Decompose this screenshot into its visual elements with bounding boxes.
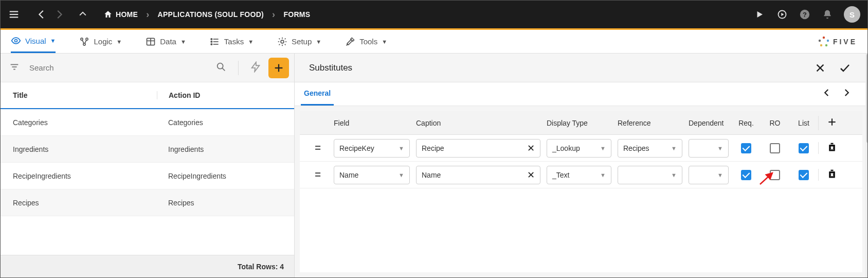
delete-row-icon[interactable] <box>827 142 837 154</box>
bolt-icon[interactable] <box>247 58 264 77</box>
list-action: Ingredients <box>157 145 282 153</box>
delete-row-icon[interactable] <box>827 169 837 181</box>
col-title[interactable]: Title <box>13 91 157 99</box>
grid-row: = Name ▼ Name ✕ _Text ▼ <box>300 162 862 188</box>
svg-marker-34 <box>252 62 260 72</box>
topbar: HOME › APPLICATIONS (SOUL FOOD) › FORMS … <box>1 1 867 28</box>
detail-title: Substitutes <box>309 63 804 73</box>
grid-header: Field Caption Display Type Reference Dep… <box>300 111 862 135</box>
add-button[interactable] <box>268 58 289 78</box>
chevron-right-icon: › <box>146 9 149 20</box>
list-row[interactable]: Recipes Recipes <box>1 189 294 216</box>
clear-icon[interactable]: ✕ <box>527 143 535 154</box>
caret-down-icon: ▼ <box>671 172 677 178</box>
close-icon[interactable] <box>812 60 828 76</box>
crumb-forms[interactable]: FORMS <box>283 10 310 19</box>
crumb-home[interactable]: HOME <box>103 10 138 19</box>
search-input[interactable] <box>27 61 208 74</box>
tab-logic-label: Logic <box>94 37 112 46</box>
caret-down-icon: ▼ <box>116 39 122 45</box>
caret-down-icon: ▼ <box>50 38 56 44</box>
ro-checkbox[interactable] <box>770 143 780 153</box>
svg-point-25 <box>827 39 829 41</box>
col-action-id[interactable]: Action ID <box>157 91 282 99</box>
avatar[interactable]: S <box>844 6 860 23</box>
svg-marker-5 <box>781 13 784 16</box>
clear-icon[interactable]: ✕ <box>527 169 535 181</box>
tab-visual[interactable]: Visual ▼ <box>11 30 56 53</box>
display-type-value: _Lookup <box>552 144 580 152</box>
display-type-select[interactable]: _Text ▼ <box>547 166 611 184</box>
svg-point-32 <box>218 63 223 69</box>
next-icon[interactable] <box>840 86 853 102</box>
drag-handle-icon[interactable]: = <box>315 169 321 181</box>
tab-tools[interactable]: Tools ▼ <box>345 30 387 53</box>
tab-tasks[interactable]: Tasks ▼ <box>210 30 254 53</box>
play-icon[interactable] <box>753 8 766 21</box>
list-body: Categories Categories Ingredients Ingred… <box>1 109 294 216</box>
caption-input[interactable]: Name ✕ <box>416 166 540 184</box>
forward-icon <box>53 8 65 21</box>
menu-icon[interactable] <box>8 8 20 21</box>
svg-line-33 <box>222 68 225 71</box>
tab-data[interactable]: Data ▼ <box>146 30 186 53</box>
list-row[interactable]: Ingredients Ingredients <box>1 136 294 163</box>
filter-icon[interactable] <box>6 58 23 77</box>
tab-setup-label: Setup <box>292 37 312 46</box>
dependent-select[interactable]: ▼ <box>689 166 729 184</box>
help-icon[interactable]: ? <box>799 8 811 21</box>
prev-icon[interactable] <box>820 86 834 102</box>
col-display-type: Display Type <box>544 119 614 127</box>
tab-tasks-label: Tasks <box>224 37 244 46</box>
col-req: Req. <box>732 119 761 127</box>
svg-point-22 <box>211 43 212 45</box>
list-checkbox[interactable] <box>799 143 809 153</box>
display-type-value: _Text <box>552 171 569 179</box>
reference-select[interactable]: Recipes ▼ <box>618 139 682 158</box>
brand-logo: FIVE <box>818 36 857 48</box>
svg-point-27 <box>820 44 822 46</box>
caption-input[interactable]: Recipe ✕ <box>416 139 540 158</box>
explore-icon[interactable] <box>776 8 788 21</box>
req-checkbox[interactable] <box>741 170 751 180</box>
list-row[interactable]: RecipeIngredients RecipeIngredients <box>1 163 294 189</box>
caret-down-icon: ▼ <box>180 39 186 45</box>
add-row-button[interactable] <box>827 116 837 130</box>
col-caption: Caption <box>413 119 544 127</box>
list-checkbox[interactable] <box>799 170 809 180</box>
svg-point-26 <box>825 44 827 46</box>
brand-text: FIVE <box>833 38 857 46</box>
tab-logic[interactable]: Logic ▼ <box>79 30 122 53</box>
list-row[interactable]: Categories Categories <box>1 109 294 136</box>
caret-down-icon: ▼ <box>316 39 321 45</box>
dependent-select[interactable]: ▼ <box>689 139 729 158</box>
ro-checkbox[interactable] <box>770 170 780 180</box>
scrollbar[interactable] <box>865 54 868 277</box>
svg-point-23 <box>281 40 284 43</box>
bell-icon[interactable] <box>821 8 834 21</box>
tools-icon <box>345 37 355 47</box>
search-icon[interactable] <box>212 58 230 77</box>
svg-rect-47 <box>830 170 833 171</box>
up-icon[interactable] <box>77 8 89 21</box>
chevron-right-icon: › <box>272 9 275 20</box>
field-select[interactable]: RecipeKey ▼ <box>334 139 410 158</box>
svg-point-21 <box>211 41 212 42</box>
list-footer: Total Rows: 4 <box>1 255 294 277</box>
svg-text:?: ? <box>803 11 807 19</box>
home-icon <box>103 10 113 19</box>
crumb-applications[interactable]: APPLICATIONS (SOUL FOOD) <box>158 10 264 19</box>
back-icon[interactable] <box>35 8 48 21</box>
req-checkbox[interactable] <box>741 143 751 153</box>
list-title: RecipeIngredients <box>13 172 157 180</box>
field-select[interactable]: Name ▼ <box>334 166 410 184</box>
list-title: Ingredients <box>13 145 157 153</box>
field-value: Name <box>339 171 358 179</box>
grid-row: = RecipeKey ▼ Recipe ✕ _Lookup <box>300 135 862 162</box>
tab-setup[interactable]: Setup ▼ <box>277 30 321 53</box>
tab-general[interactable]: General <box>301 82 334 106</box>
reference-select[interactable]: ▼ <box>618 166 682 184</box>
drag-handle-icon[interactable]: = <box>315 142 321 154</box>
confirm-icon[interactable] <box>837 60 853 76</box>
display-type-select[interactable]: _Lookup ▼ <box>547 139 611 158</box>
